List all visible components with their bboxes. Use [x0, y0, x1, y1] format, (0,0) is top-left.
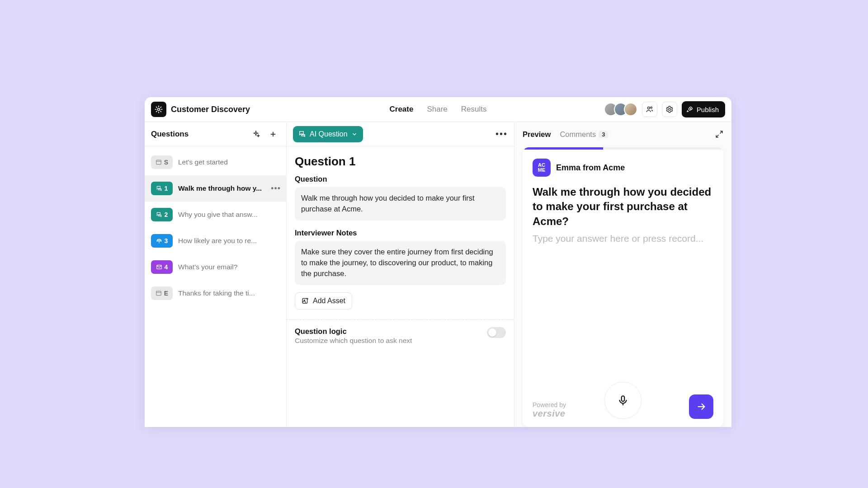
- svg-line-23: [720, 131, 722, 133]
- svg-point-11: [669, 108, 671, 111]
- scale-icon: [156, 238, 162, 244]
- svg-rect-26: [622, 396, 625, 401]
- sidebar-title: Questions: [151, 130, 189, 139]
- main-tabs: Create Share Results: [390, 105, 487, 114]
- add-asset-label: Add Asset: [313, 297, 345, 305]
- svg-line-5: [156, 107, 157, 108]
- svg-rect-15: [156, 160, 161, 164]
- project-title: Customer Discovery: [171, 105, 250, 114]
- plus-icon: [269, 130, 277, 138]
- tab-create[interactable]: Create: [390, 105, 414, 114]
- expand-preview-button[interactable]: [715, 130, 723, 138]
- people-icon: [646, 105, 654, 113]
- chevron-down-icon: [351, 131, 358, 137]
- powered-by: Powered by versive: [533, 401, 566, 419]
- question-type-label: AI Question: [310, 130, 348, 138]
- sidebar-item-label: How likely are you to re...: [178, 237, 280, 245]
- avatar[interactable]: [624, 103, 637, 116]
- publish-label: Publish: [697, 106, 719, 113]
- preview-question-text: Walk me through how you decided to make …: [533, 185, 713, 229]
- logic-title: Question logic: [295, 327, 412, 336]
- chat-icon: [156, 211, 162, 218]
- header: Customer Discovery Create Share Results: [145, 97, 731, 122]
- rocket-icon: [686, 106, 693, 113]
- svg-point-9: [647, 107, 650, 109]
- question-field-label: Question: [295, 175, 506, 183]
- notes-field-label: Interviewer Notes: [295, 229, 506, 237]
- record-button[interactable]: [604, 382, 642, 419]
- question-list: S Let's get started 1 Walk me through ho…: [145, 146, 286, 309]
- notes-text-input[interactable]: Make sure they cover the entire journey …: [295, 241, 506, 285]
- persona-logo: AC ME: [533, 159, 551, 177]
- invite-button[interactable]: [642, 102, 657, 117]
- sidebar-item-start[interactable]: S Let's get started: [145, 149, 286, 175]
- app-logo: [151, 102, 166, 117]
- preview-panel: Preview Comments 3: [514, 122, 731, 427]
- tab-comments[interactable]: Comments 3: [560, 130, 608, 139]
- sidebar-item-end[interactable]: E Thanks for taking the ti...: [145, 280, 286, 306]
- sidebar-item-q3[interactable]: 3 How likely are you to re...: [145, 228, 286, 254]
- arrow-right-icon: [696, 402, 706, 412]
- question-badge: 1: [151, 182, 173, 195]
- question-badge: 2: [151, 208, 173, 221]
- item-more-button[interactable]: •••: [271, 184, 281, 193]
- sidebar-item-q1[interactable]: 1 Walk me through how y... •••: [145, 175, 286, 202]
- preview-card: AC ME Emma from Acme Walk me through how…: [523, 147, 723, 427]
- microphone-icon: [617, 394, 629, 406]
- persona-name: Emma from Acme: [556, 163, 625, 173]
- question-badge: 3: [151, 234, 173, 248]
- sidebar-item-q4[interactable]: 4 What's your email?: [145, 254, 286, 280]
- svg-line-8: [160, 107, 161, 108]
- svg-line-24: [716, 135, 718, 137]
- answer-input[interactable]: Type your answer here or press record...: [533, 233, 713, 244]
- question-badge: 4: [151, 260, 173, 274]
- question-heading: Question 1: [295, 155, 506, 169]
- comments-count: 3: [599, 131, 608, 138]
- app-window: Customer Discovery Create Share Results: [145, 97, 731, 427]
- tab-comments-label: Comments: [560, 130, 596, 139]
- svg-rect-19: [156, 291, 161, 295]
- chat-icon: [156, 185, 162, 192]
- svg-point-12: [690, 108, 691, 109]
- gear-icon: [665, 105, 674, 113]
- publish-button[interactable]: Publish: [682, 101, 725, 117]
- settings-button[interactable]: [662, 102, 677, 117]
- next-button[interactable]: [689, 394, 713, 419]
- persona-header: AC ME Emma from Acme: [533, 159, 713, 177]
- chat-icon: [298, 130, 306, 138]
- question-logic-row: Question logic Customize which question …: [287, 320, 514, 352]
- question-badge: S: [151, 155, 173, 169]
- collaborator-avatars[interactable]: [608, 103, 637, 116]
- tab-results[interactable]: Results: [461, 105, 487, 114]
- sidebar-item-label: Thanks for taking the ti...: [178, 289, 280, 297]
- expand-icon: [715, 130, 723, 138]
- questions-sidebar: Questions: [145, 122, 287, 427]
- add-asset-button[interactable]: Add Asset: [295, 292, 352, 310]
- question-badge: E: [151, 286, 173, 300]
- add-question-button[interactable]: [266, 127, 280, 141]
- question-text-input[interactable]: Walk me through how you decided to make …: [295, 187, 506, 221]
- sidebar-item-label: Let's get started: [178, 158, 280, 166]
- sidebar-item-label: What's your email?: [178, 263, 280, 271]
- mail-icon: [156, 264, 162, 270]
- sidebar-item-label: Why you give that answ...: [178, 211, 280, 219]
- image-plus-icon: [302, 297, 309, 305]
- sparkle-icon: [252, 130, 260, 138]
- svg-point-0: [158, 108, 160, 111]
- svg-point-10: [651, 107, 652, 108]
- ai-generate-button[interactable]: [249, 127, 263, 141]
- tab-preview[interactable]: Preview: [523, 130, 551, 139]
- question-type-selector[interactable]: AI Question: [293, 126, 363, 142]
- tab-share[interactable]: Share: [427, 105, 447, 114]
- logic-subtitle: Customize which question to ask next: [295, 337, 412, 345]
- sidebar-item-q2[interactable]: 2 Why you give that answ...: [145, 202, 286, 228]
- sidebar-item-label: Walk me through how y...: [178, 184, 280, 192]
- layout-icon: [156, 159, 162, 165]
- svg-line-6: [160, 111, 161, 112]
- logic-toggle[interactable]: [487, 327, 506, 338]
- layout-icon: [156, 290, 162, 296]
- question-editor: AI Question ••• Question 1 Question Walk…: [287, 122, 514, 427]
- svg-line-7: [156, 111, 157, 112]
- editor-more-button[interactable]: •••: [495, 129, 508, 139]
